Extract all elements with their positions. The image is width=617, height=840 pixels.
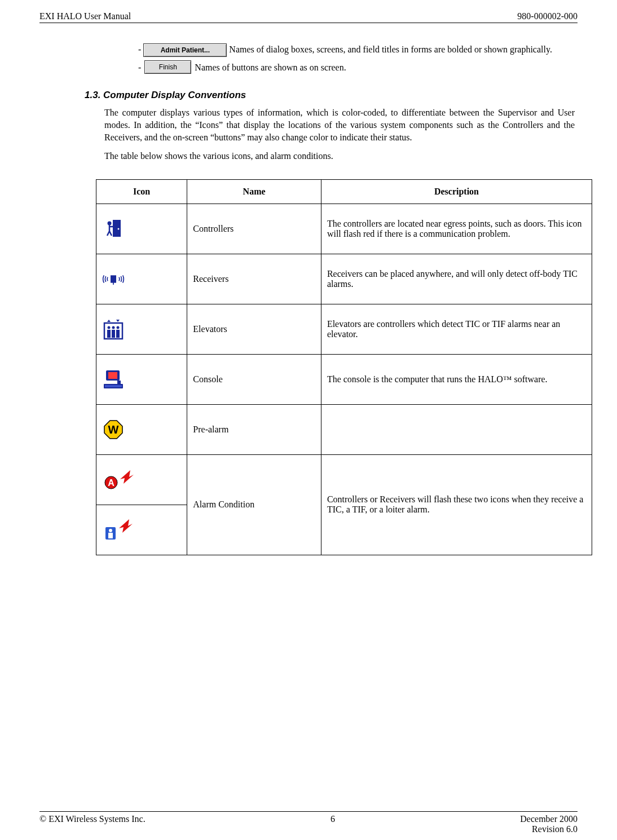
footer-left: © EXI Wireless Systems Inc. [39,814,146,834]
table-row: Controllers The controllers are located … [96,204,592,254]
svg-rect-0 [113,220,121,237]
row-desc: Elevators are controllers which detect T… [321,304,592,354]
row-name: Elevators [187,304,321,354]
table-row: W Pre-alarm [96,404,592,454]
row-desc: Controllers or Receivers will flash thes… [321,454,592,555]
controller-icon [102,218,125,240]
row-name: Receivers [187,254,321,304]
header-left: EXI HALO User Manual [39,11,131,21]
paragraph-1: The computer displays various types of i… [104,107,575,143]
dash2: - [138,61,141,74]
table-row: Console The console is the computer that… [96,354,592,404]
row-desc [321,404,592,454]
svg-point-6 [108,326,111,329]
row-name: Alarm Condition [187,454,321,555]
table-row: A Alarm Condition Controllers or Receive… [96,454,592,505]
th-icon: Icon [96,179,187,204]
row-name: Console [187,354,321,404]
svg-rect-11 [116,330,120,338]
svg-rect-25 [108,533,113,538]
svg-point-7 [112,326,115,329]
convention-line-2: - Finish Names of buttons are shown as o… [138,60,578,74]
header-right: 980-000002-000 [517,11,578,21]
svg-rect-15 [104,384,123,388]
svg-rect-13 [108,372,117,379]
convention-text-1: Names of dialog boxes, screens, and fiel… [229,45,552,54]
th-desc: Description [321,179,592,204]
svg-point-2 [118,228,120,229]
svg-marker-22 [120,470,134,484]
svg-rect-9 [107,330,111,338]
page-footer: © EXI Wireless Systems Inc. 6 December 2… [39,811,578,834]
table-row: Elevators Elevators are controllers whic… [96,304,592,354]
svg-point-8 [117,326,120,329]
pre-alarm-icon: W [102,418,125,441]
admit-patient-button-graphic: Admit Patient... [143,43,227,57]
svg-point-1 [108,221,112,225]
svg-rect-14 [117,381,121,384]
row-name: Pre-alarm [187,404,321,454]
row-desc: Receivers can be placed anywhere, and wi… [321,254,592,304]
footer-page-number: 6 [330,814,335,834]
paragraph-2: The table below shows the various icons,… [104,150,575,162]
convention-text-2: Names of buttons are shown as on screen. [195,61,346,74]
elevator-icon [102,318,125,341]
finish-button-graphic: Finish [144,60,191,74]
svg-point-24 [109,529,112,532]
table-row: Receivers Receivers can be placed anywhe… [96,254,592,304]
receiver-icon [102,268,125,290]
dash1: - [138,45,141,54]
svg-text:W: W [108,423,119,436]
row-name: Controllers [187,204,321,254]
alarm-person-icon [102,519,136,541]
icon-table: Icon Name Description Controllers [96,179,592,555]
svg-marker-26 [119,519,133,533]
convention-line-1: - Admit Patient... Names of dialog boxes… [138,43,578,57]
row-desc: The console is the computer that runs th… [321,354,592,404]
row-desc: The controllers are located near egress … [321,204,592,254]
console-icon [102,368,125,391]
page-header: EXI HALO User Manual 980-000002-000 [39,11,578,23]
section-heading: 1.3. Computer Display Conventions [85,90,578,101]
svg-rect-10 [112,330,115,338]
footer-right: December 2000 Revision 6.0 [520,814,578,834]
svg-text:A: A [108,478,114,488]
alarm-a-icon: A [102,468,136,491]
th-name: Name [187,179,321,204]
